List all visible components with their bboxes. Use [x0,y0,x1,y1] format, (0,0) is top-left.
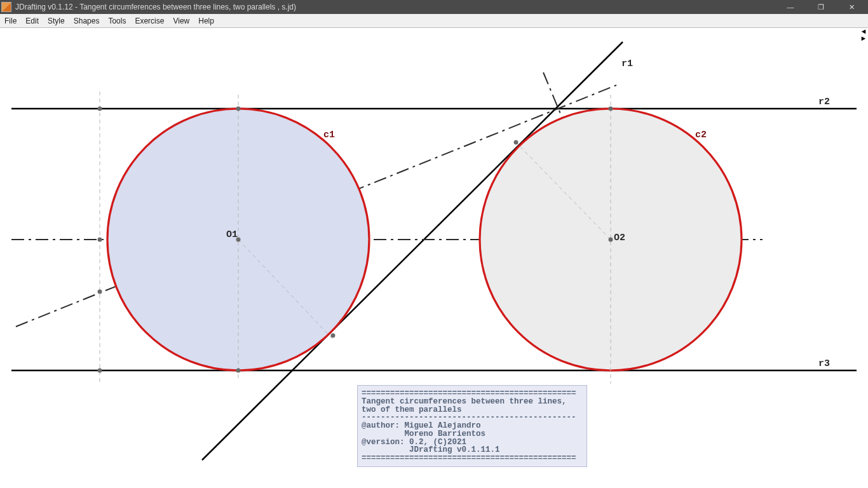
point-4 [98,369,102,373]
menu-tools[interactable]: Tools [104,15,130,27]
point-1 [98,107,102,111]
maximize-button[interactable]: ❐ [812,3,830,11]
label-o2: O2 [614,233,625,243]
point-9 [98,290,102,294]
label-r2: r2 [818,97,830,107]
point-8 [331,334,336,338]
label-r3: r3 [818,358,830,369]
chevron-right-icon: ► [859,35,868,42]
app-icon [1,2,11,12]
window-title: JDrafting v0.1.12 - Tangent circumferenc… [15,3,782,11]
point-2 [236,107,241,111]
point-6 [98,238,102,242]
close-button[interactable]: ✕ [843,3,860,11]
menu-exercise[interactable]: Exercise [130,15,168,27]
info-panel: ========================================… [357,385,587,467]
point-5 [236,369,241,373]
window-titlebar: JDrafting v0.1.12 - Tangent circumferenc… [0,0,868,14]
menu-help[interactable]: Help [194,15,219,27]
minimize-button[interactable]: — [782,3,799,11]
info-sep-2: ========================================… [362,454,576,463]
menu-view[interactable]: View [168,15,194,27]
point-7 [514,140,519,145]
menu-file[interactable]: File [0,15,21,27]
label-c2: c2 [695,130,707,140]
label-r1: r1 [621,58,633,69]
label-c1: c1 [323,130,335,140]
window-controls: — ❐ ✕ [782,3,868,11]
menu-style[interactable]: Style [43,15,69,27]
point-3 [609,107,613,111]
menu-shapes[interactable]: Shapes [69,15,104,27]
menu-edit[interactable]: Edit [21,15,43,27]
panel-toggle[interactable]: ◄ ► [859,28,868,43]
menubar: File Edit Style Shapes Tools Exercise Vi… [0,14,868,28]
point-o2 [609,238,613,242]
drawing-canvas[interactable]: r1 r2 r3 c1 c2 O1 O2 ===================… [0,28,868,488]
label-o1: O1 [226,229,238,240]
